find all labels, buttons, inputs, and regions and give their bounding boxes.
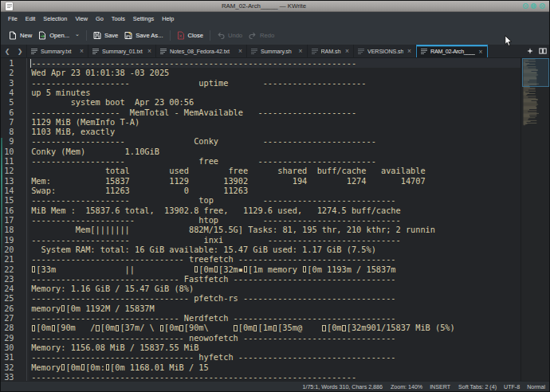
menu-settings[interactable]: Settings bbox=[129, 13, 158, 25]
open-toolbar-button[interactable]: Open...⌄ bbox=[35, 29, 83, 42]
toolbar-separator bbox=[86, 30, 87, 41]
undo-toolbar-button[interactable]: Undo bbox=[214, 29, 246, 42]
zoom-status[interactable]: Zoom: 140% bbox=[391, 384, 422, 390]
line-number: 16 bbox=[1, 206, 14, 215]
line-number: 27 bbox=[1, 313, 14, 323]
line-number: 32 bbox=[1, 363, 14, 372]
menubar: FileEditSelectionViewGoToolsSettingsHelp bbox=[1, 12, 549, 25]
editor-line: Mem: 15837 1129 13902 194 1274 14707 bbox=[31, 176, 425, 186]
titlebar[interactable]: RAM_02-Arch_____ — KWrite bbox=[1, 1, 549, 12]
line-number: 10 bbox=[1, 147, 14, 156]
editor-line: --------------------------------- hyfetc… bbox=[31, 352, 395, 362]
line-number: 19 bbox=[1, 235, 14, 245]
line-number: 3 bbox=[1, 78, 14, 88]
minimap-view-rect[interactable] bbox=[522, 58, 549, 87]
split-view-button[interactable] bbox=[536, 45, 549, 57]
save-as-toolbar-button[interactable]: Save As... bbox=[121, 29, 166, 42]
line-number: 1 bbox=[1, 58, 14, 68]
editor-line: ------------------- free ---------------… bbox=[31, 156, 376, 166]
tab-close-icon[interactable]: × bbox=[299, 49, 303, 53]
tabs-scroll-left-button[interactable]: ❮ bbox=[1, 45, 14, 57]
tab-label: VERSIONS.sh bbox=[367, 48, 403, 55]
menu-tools[interactable]: Tools bbox=[108, 13, 129, 25]
tab-bar: ❮ ❯ Summary.txt×Summary_01.txt×Notes_08_… bbox=[1, 45, 549, 58]
toolbar: NewOpen...⌄SaveSave As...CloseUndoRedo bbox=[1, 25, 549, 45]
editor-line: System RAM: total: 16 GiB available: 15.… bbox=[31, 245, 376, 254]
line-number: 12 bbox=[1, 166, 14, 175]
minimap-scrollbar[interactable] bbox=[521, 58, 549, 381]
line-number: 13 bbox=[1, 176, 14, 186]
highlight-mode-status[interactable]: Normal bbox=[527, 384, 545, 390]
control-escape-char bbox=[194, 266, 198, 272]
editor-line: ------------------- Conky --------------… bbox=[31, 136, 376, 146]
menu-go[interactable]: Go bbox=[92, 13, 108, 25]
cursor-position-status[interactable]: 1/75:1, Words 310, Chars 2,886 bbox=[302, 384, 382, 390]
control-escape-char bbox=[253, 325, 257, 331]
control-escape-char bbox=[31, 325, 36, 331]
menu-edit[interactable]: Edit bbox=[22, 13, 40, 25]
tab-close-icon[interactable]: × bbox=[407, 49, 411, 53]
editor-view[interactable]: 1234567891011121314151617181920212223242… bbox=[1, 58, 549, 381]
tab-close-icon[interactable]: × bbox=[147, 49, 151, 53]
redo-toolbar-button[interactable]: Redo bbox=[246, 29, 277, 42]
save-label: Save bbox=[104, 32, 118, 39]
line-number: 23 bbox=[1, 274, 14, 284]
tab-VERSIONS.sh[interactable]: VERSIONS.sh× bbox=[354, 45, 416, 57]
line-number: 28 bbox=[1, 323, 14, 332]
tab-close-icon[interactable]: × bbox=[80, 49, 84, 53]
editor-line: Mem[||||||| 882M/15.5G] Tasks: 81, 195 t… bbox=[31, 225, 435, 234]
editor-line: ----------------------------------------… bbox=[31, 58, 356, 68]
insert-mode-status[interactable]: INSERT bbox=[430, 384, 450, 390]
menu-view[interactable]: View bbox=[71, 13, 92, 25]
document-new-icon bbox=[9, 31, 17, 40]
open-dropdown-arrow-icon[interactable]: ⌄ bbox=[75, 31, 80, 37]
editor-line: [33m || [0m[32m▪[1m memory [0m 1193m / 1… bbox=[31, 265, 395, 274]
tabs-scroll-right-button[interactable]: ❯ bbox=[14, 45, 26, 57]
new-toolbar-button[interactable]: New bbox=[6, 29, 35, 42]
maximize-button[interactable] bbox=[531, 3, 536, 9]
document-close-icon bbox=[177, 31, 185, 40]
tab-label: RAM.sh bbox=[321, 48, 342, 55]
new-document-button[interactable] bbox=[524, 45, 536, 57]
tab-Summary.txt[interactable]: Summary.txt× bbox=[26, 45, 88, 57]
menu-selection[interactable]: Selection bbox=[39, 13, 71, 25]
text-document-icon bbox=[312, 48, 318, 55]
tab-RAM_02-Arch_____[interactable]: RAM_02-Arch_____× bbox=[416, 45, 488, 57]
tab-close-icon[interactable]: × bbox=[479, 49, 483, 54]
tab-mode-status[interactable]: Soft Tabs: 2 (4) bbox=[458, 384, 497, 390]
close-button[interactable] bbox=[540, 3, 545, 9]
encoding-status[interactable]: UTF-8 bbox=[504, 384, 520, 390]
editor-line: Memory[0m[0m:[0m 1168.01 MiB / 15 bbox=[31, 363, 209, 372]
line-number: 2 bbox=[1, 68, 14, 77]
tab-Summary_01.txt[interactable]: Summary_01.txt× bbox=[88, 45, 156, 57]
line-number: 20 bbox=[1, 245, 14, 254]
tab-label: Summary.sh bbox=[261, 48, 295, 55]
tab-Notes_08_Fedora-42.txt[interactable]: Notes_08_Fedora-42.txt× bbox=[156, 45, 247, 57]
tab-label: RAM_02-Arch_____ bbox=[430, 48, 475, 55]
menu-help[interactable]: Help bbox=[158, 13, 178, 25]
control-escape-char bbox=[243, 266, 248, 272]
close-toolbar-button[interactable]: Close bbox=[174, 29, 206, 42]
control-escape-char bbox=[273, 325, 277, 331]
editor-line: Memory: 1156.08 MiB / 15837.55 MiB bbox=[31, 343, 198, 352]
line-number-gutter: 1234567891011121314151617181920212223242… bbox=[1, 58, 29, 381]
save-toolbar-button[interactable]: Save bbox=[90, 29, 121, 42]
menu-file[interactable]: File bbox=[4, 13, 22, 25]
line-number: 31 bbox=[1, 352, 14, 362]
control-escape-char bbox=[342, 325, 347, 331]
tab-RAM.sh[interactable]: RAM.sh× bbox=[308, 45, 355, 57]
editor-line: 1129 MiB (MemInfo T-A) bbox=[31, 117, 139, 127]
editor-line: Swap: 11263 0 11263 bbox=[31, 186, 248, 195]
line-number: 29 bbox=[1, 333, 14, 343]
text-document-icon bbox=[251, 48, 257, 55]
tab-close-icon[interactable]: × bbox=[238, 49, 242, 53]
control-escape-char bbox=[214, 266, 218, 272]
tab-close-icon[interactable]: × bbox=[345, 49, 349, 53]
control-escape-char bbox=[81, 364, 85, 370]
control-escape-char bbox=[179, 325, 184, 331]
line-number: 7 bbox=[1, 117, 14, 127]
tab-Summary.sh[interactable]: Summary.sh× bbox=[247, 45, 308, 57]
editor-line: -------------------- inxi --------------… bbox=[31, 235, 401, 245]
editor-line: up 5 minutes bbox=[31, 88, 90, 97]
minimize-button[interactable] bbox=[523, 3, 528, 9]
